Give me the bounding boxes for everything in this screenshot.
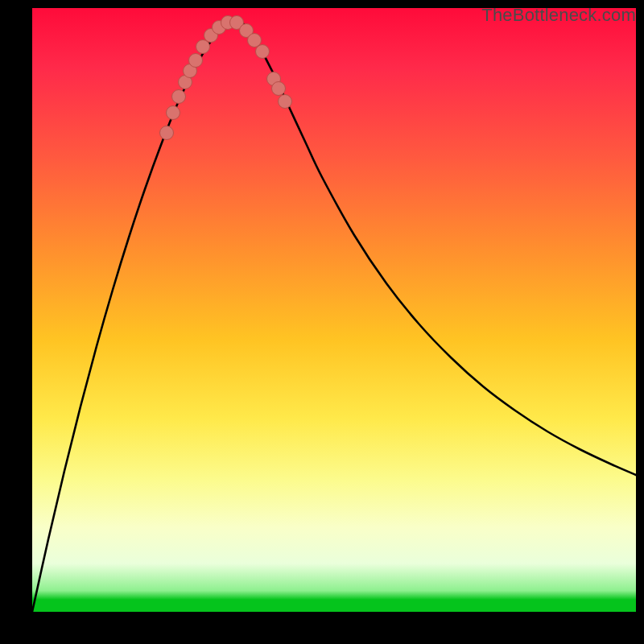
data-marker (272, 82, 286, 96)
marker-group (160, 16, 292, 140)
data-marker (248, 34, 262, 47)
curve-layer (32, 8, 636, 612)
data-marker (189, 54, 203, 68)
data-marker (172, 90, 186, 104)
plot-area (32, 8, 636, 612)
data-marker (167, 106, 180, 120)
data-marker (279, 95, 292, 109)
data-marker (160, 126, 174, 140)
bottleneck-curve (32, 20, 638, 612)
data-marker (256, 45, 270, 59)
chart-frame: TheBottleneck.com (0, 0, 644, 644)
watermark-text: TheBottleneck.com (481, 5, 636, 26)
data-marker (196, 40, 210, 54)
